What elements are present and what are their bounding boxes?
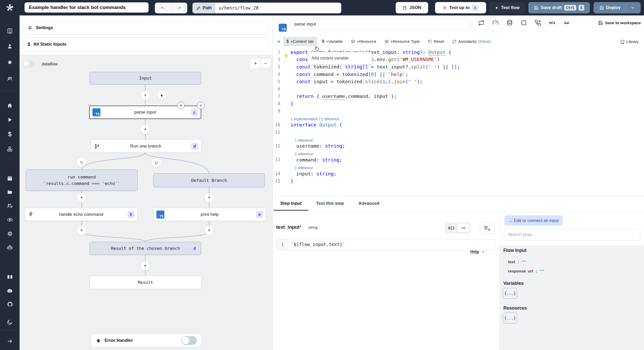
- add-step-button[interactable]: +: [205, 226, 214, 235]
- connect-input-button[interactable]: [479, 223, 495, 234]
- node-branch-result[interactable]: Result of the chosen branch d: [90, 242, 201, 255]
- sidebar-item-github[interactable]: [0, 299, 20, 309]
- chevron-down-icon[interactable]: [631, 6, 635, 10]
- add-step-button[interactable]: +: [141, 262, 150, 270]
- sidebar-item-ai[interactable]: [0, 242, 20, 253]
- code-line[interactable]: 13 command: string;: [273, 156, 644, 164]
- add-step-button[interactable]: +: [77, 226, 86, 235]
- add-step-button[interactable]: +: [141, 125, 150, 134]
- add-step-button[interactable]: +: [205, 193, 214, 202]
- mock-icon[interactable]: [521, 20, 527, 26]
- assistants-button[interactable]: Assistants (Deno): [449, 37, 494, 46]
- expression-editor[interactable]: 1 `${flow_input.text}`: [276, 239, 495, 250]
- search-prop-input[interactable]: [504, 229, 640, 241]
- sidebar-item-audit-logs[interactable]: [0, 215, 20, 225]
- save-to-workspace-button[interactable]: Save to workspace: [598, 21, 641, 25]
- sidebar-item-workers[interactable]: [0, 201, 20, 211]
- trigger-button[interactable]: [157, 91, 166, 100]
- redo-button[interactable]: [171, 3, 187, 13]
- codelens-link[interactable]: 1 reference: [273, 150, 644, 156]
- node-parse-input[interactable]: TS parse input c: [89, 106, 201, 119]
- flow-title-input[interactable]: [24, 2, 149, 13]
- code-line[interactable]: 10interface Output {: [273, 121, 644, 129]
- retries-icon[interactable]: [478, 20, 485, 26]
- sidebar-item-favorites[interactable]: [0, 57, 20, 67]
- add-context-var-button[interactable]: $+Context Var: [283, 37, 317, 46]
- deploy-button[interactable]: Deploy: [594, 2, 641, 13]
- sidebar-item-runs[interactable]: [0, 115, 20, 125]
- tab-advanced[interactable]: Advanced: [351, 196, 386, 211]
- add-step-button[interactable]: +: [77, 193, 86, 202]
- reset-button[interactable]: Reset: [425, 37, 448, 46]
- code-line[interactable]: 12 username: string;: [273, 142, 644, 150]
- early-stop-icon[interactable]: [492, 20, 499, 26]
- code-line[interactable]: 5 const input = tokenized.slice(1,).join…: [273, 78, 644, 85]
- test-flow-button[interactable]: Test flow: [489, 2, 526, 13]
- cache-icon[interactable]: [506, 20, 513, 26]
- sidebar-item-home[interactable]: [0, 100, 20, 111]
- lifetime-icon[interactable]: [563, 20, 570, 26]
- library-button[interactable]: Library: [617, 37, 642, 46]
- sidebar-item-groups[interactable]: [0, 74, 20, 84]
- sidebar-item-dark-mode[interactable]: [0, 317, 20, 327]
- add-step-button[interactable]: +: [141, 91, 150, 100]
- variables-expand-chip[interactable]: {...}: [503, 288, 517, 299]
- node-print-help[interactable]: TS print help e: [153, 208, 266, 221]
- delete-step-button[interactable]: [197, 102, 205, 109]
- error-handler-toggle[interactable]: [181, 336, 197, 345]
- node-result[interactable]: Result: [90, 276, 201, 289]
- sleep-icon[interactable]: [549, 20, 555, 26]
- edit-or-connect-button[interactable]: ← Edit or connect an input: [504, 215, 563, 226]
- node-branch-run-command[interactable]: run command `results.c.command === 'echo…: [26, 169, 138, 191]
- tab-test-this-step[interactable]: Test this step: [309, 196, 351, 211]
- add-resource-type-button[interactable]: +Resource Type: [381, 37, 423, 46]
- node-handle-echo-command[interactable]: # handle echo command h: [25, 208, 138, 221]
- node-run-one-branch[interactable]: Run one branch d: [90, 140, 201, 153]
- code-mode-button[interactable]: <>: [457, 223, 470, 233]
- save-draft-button[interactable]: Save draft Ctrl S: [528, 2, 590, 13]
- codelens-link[interactable]: 1 reference: [273, 136, 644, 142]
- code-editor[interactable]: 1export async function main(text_input: …: [273, 48, 644, 196]
- codelens-link[interactable]: 1 reference: [273, 164, 644, 170]
- sidebar-item-discord[interactable]: [0, 286, 20, 296]
- prop-text[interactable]: text:"": [508, 260, 526, 264]
- code-line[interactable]: 6: [273, 85, 644, 93]
- code-line[interactable]: 11: [273, 129, 644, 136]
- sidebar-item-resources[interactable]: [0, 144, 20, 154]
- sidebar-item-workspace[interactable]: [0, 26, 20, 36]
- remove-branch-button[interactable]: [77, 158, 86, 167]
- node-flow-input[interactable]: Input: [90, 72, 201, 84]
- tab-step-input[interactable]: Step Input: [273, 196, 309, 211]
- sidebar-item-folders[interactable]: [0, 187, 20, 197]
- node-default-branch[interactable]: Default Branch: [153, 173, 265, 187]
- windmill-logo[interactable]: [0, 0, 20, 15]
- prop-response-url[interactable]: response_url:"": [508, 269, 544, 274]
- json-button[interactable]: JSON: [396, 2, 428, 13]
- add-resource-button[interactable]: +Resource: [348, 37, 379, 46]
- step-name-input[interactable]: [291, 19, 471, 30]
- resources-expand-chip[interactable]: {...}: [503, 313, 517, 323]
- sidebar-item-schedules[interactable]: [0, 173, 20, 184]
- template-mode-button[interactable]: ${}: [445, 223, 457, 233]
- codelens-link[interactable]: 1 implementation | 1 reference: [273, 115, 644, 121]
- sidebar-expand-button[interactable]: [0, 336, 20, 346]
- sidebar-item-variables[interactable]: $: [0, 129, 20, 139]
- move-step-button[interactable]: [177, 102, 185, 109]
- add-branch-button[interactable]: [152, 158, 161, 167]
- code-line[interactable]: 15}: [273, 177, 644, 185]
- undo-button[interactable]: [155, 3, 171, 13]
- path-input[interactable]: [215, 3, 341, 13]
- code-line[interactable]: 9: [273, 107, 644, 115]
- code-line[interactable]: 14 input: string;: [273, 170, 644, 177]
- test-up-to-button[interactable]: Test up to c: [435, 2, 486, 13]
- suspend-icon[interactable]: [535, 20, 541, 26]
- add-variable-button[interactable]: $+Variable: [319, 37, 346, 46]
- path-chip[interactable]: Path: [193, 3, 215, 13]
- code-line[interactable]: 4 const command = tokenized[0] || 'help'…: [273, 71, 644, 78]
- sidebar-item-settings[interactable]: [0, 228, 20, 239]
- help-link[interactable]: Help: [470, 249, 485, 254]
- sidebar-item-docs[interactable]: [0, 272, 20, 282]
- code-line[interactable]: 7 return { username,command, input };: [273, 93, 644, 100]
- sidebar-item-user[interactable]: [0, 41, 20, 52]
- code-line[interactable]: 8}: [273, 100, 644, 107]
